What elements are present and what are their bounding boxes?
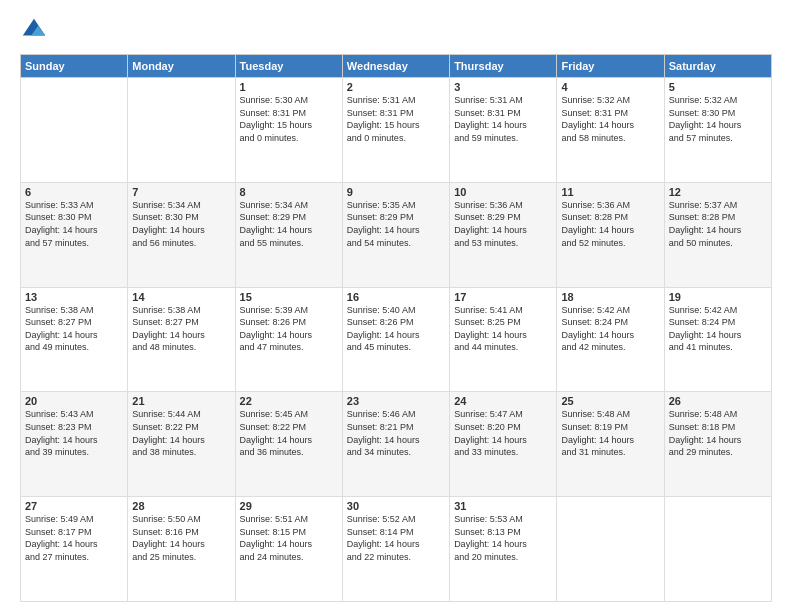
day-number: 21 (132, 395, 230, 407)
day-number: 9 (347, 186, 445, 198)
col-sunday: Sunday (21, 55, 128, 78)
calendar-cell: 15Sunrise: 5:39 AMSunset: 8:26 PMDayligh… (235, 287, 342, 392)
day-info: Sunrise: 5:52 AMSunset: 8:14 PMDaylight:… (347, 513, 445, 563)
calendar-week-row: 20Sunrise: 5:43 AMSunset: 8:23 PMDayligh… (21, 392, 772, 497)
page: Sunday Monday Tuesday Wednesday Thursday… (0, 0, 792, 612)
calendar-cell: 8Sunrise: 5:34 AMSunset: 8:29 PMDaylight… (235, 182, 342, 287)
day-info: Sunrise: 5:31 AMSunset: 8:31 PMDaylight:… (454, 94, 552, 144)
calendar-cell (664, 497, 771, 602)
day-number: 18 (561, 291, 659, 303)
day-info: Sunrise: 5:38 AMSunset: 8:27 PMDaylight:… (25, 304, 123, 354)
day-number: 22 (240, 395, 338, 407)
calendar-cell: 1Sunrise: 5:30 AMSunset: 8:31 PMDaylight… (235, 78, 342, 183)
col-monday: Monday (128, 55, 235, 78)
calendar-table: Sunday Monday Tuesday Wednesday Thursday… (20, 54, 772, 602)
day-info: Sunrise: 5:47 AMSunset: 8:20 PMDaylight:… (454, 408, 552, 458)
col-thursday: Thursday (450, 55, 557, 78)
day-number: 2 (347, 81, 445, 93)
day-number: 12 (669, 186, 767, 198)
day-info: Sunrise: 5:32 AMSunset: 8:31 PMDaylight:… (561, 94, 659, 144)
day-info: Sunrise: 5:41 AMSunset: 8:25 PMDaylight:… (454, 304, 552, 354)
calendar-cell: 17Sunrise: 5:41 AMSunset: 8:25 PMDayligh… (450, 287, 557, 392)
col-saturday: Saturday (664, 55, 771, 78)
day-number: 3 (454, 81, 552, 93)
day-info: Sunrise: 5:53 AMSunset: 8:13 PMDaylight:… (454, 513, 552, 563)
logo (20, 16, 52, 44)
day-number: 26 (669, 395, 767, 407)
calendar-cell: 25Sunrise: 5:48 AMSunset: 8:19 PMDayligh… (557, 392, 664, 497)
day-info: Sunrise: 5:46 AMSunset: 8:21 PMDaylight:… (347, 408, 445, 458)
day-info: Sunrise: 5:37 AMSunset: 8:28 PMDaylight:… (669, 199, 767, 249)
day-info: Sunrise: 5:36 AMSunset: 8:28 PMDaylight:… (561, 199, 659, 249)
calendar-cell: 27Sunrise: 5:49 AMSunset: 8:17 PMDayligh… (21, 497, 128, 602)
calendar-cell: 2Sunrise: 5:31 AMSunset: 8:31 PMDaylight… (342, 78, 449, 183)
day-number: 14 (132, 291, 230, 303)
day-info: Sunrise: 5:42 AMSunset: 8:24 PMDaylight:… (561, 304, 659, 354)
calendar-cell: 6Sunrise: 5:33 AMSunset: 8:30 PMDaylight… (21, 182, 128, 287)
calendar-cell: 22Sunrise: 5:45 AMSunset: 8:22 PMDayligh… (235, 392, 342, 497)
calendar-week-row: 27Sunrise: 5:49 AMSunset: 8:17 PMDayligh… (21, 497, 772, 602)
day-number: 6 (25, 186, 123, 198)
calendar-cell: 14Sunrise: 5:38 AMSunset: 8:27 PMDayligh… (128, 287, 235, 392)
day-info: Sunrise: 5:43 AMSunset: 8:23 PMDaylight:… (25, 408, 123, 458)
day-info: Sunrise: 5:42 AMSunset: 8:24 PMDaylight:… (669, 304, 767, 354)
col-wednesday: Wednesday (342, 55, 449, 78)
calendar-week-row: 6Sunrise: 5:33 AMSunset: 8:30 PMDaylight… (21, 182, 772, 287)
day-number: 13 (25, 291, 123, 303)
calendar-cell: 20Sunrise: 5:43 AMSunset: 8:23 PMDayligh… (21, 392, 128, 497)
calendar-cell: 7Sunrise: 5:34 AMSunset: 8:30 PMDaylight… (128, 182, 235, 287)
day-info: Sunrise: 5:31 AMSunset: 8:31 PMDaylight:… (347, 94, 445, 144)
calendar-cell: 18Sunrise: 5:42 AMSunset: 8:24 PMDayligh… (557, 287, 664, 392)
day-number: 15 (240, 291, 338, 303)
day-info: Sunrise: 5:51 AMSunset: 8:15 PMDaylight:… (240, 513, 338, 563)
day-number: 28 (132, 500, 230, 512)
day-number: 5 (669, 81, 767, 93)
day-number: 30 (347, 500, 445, 512)
day-number: 20 (25, 395, 123, 407)
day-number: 29 (240, 500, 338, 512)
calendar-cell: 31Sunrise: 5:53 AMSunset: 8:13 PMDayligh… (450, 497, 557, 602)
day-info: Sunrise: 5:35 AMSunset: 8:29 PMDaylight:… (347, 199, 445, 249)
day-info: Sunrise: 5:44 AMSunset: 8:22 PMDaylight:… (132, 408, 230, 458)
day-number: 8 (240, 186, 338, 198)
calendar-cell: 4Sunrise: 5:32 AMSunset: 8:31 PMDaylight… (557, 78, 664, 183)
day-number: 10 (454, 186, 552, 198)
day-info: Sunrise: 5:50 AMSunset: 8:16 PMDaylight:… (132, 513, 230, 563)
day-info: Sunrise: 5:30 AMSunset: 8:31 PMDaylight:… (240, 94, 338, 144)
day-info: Sunrise: 5:34 AMSunset: 8:30 PMDaylight:… (132, 199, 230, 249)
day-number: 27 (25, 500, 123, 512)
day-info: Sunrise: 5:36 AMSunset: 8:29 PMDaylight:… (454, 199, 552, 249)
calendar-cell (21, 78, 128, 183)
calendar-cell: 19Sunrise: 5:42 AMSunset: 8:24 PMDayligh… (664, 287, 771, 392)
day-info: Sunrise: 5:34 AMSunset: 8:29 PMDaylight:… (240, 199, 338, 249)
calendar-cell: 5Sunrise: 5:32 AMSunset: 8:30 PMDaylight… (664, 78, 771, 183)
calendar-cell: 13Sunrise: 5:38 AMSunset: 8:27 PMDayligh… (21, 287, 128, 392)
calendar-week-row: 1Sunrise: 5:30 AMSunset: 8:31 PMDaylight… (21, 78, 772, 183)
calendar-cell: 9Sunrise: 5:35 AMSunset: 8:29 PMDaylight… (342, 182, 449, 287)
day-info: Sunrise: 5:33 AMSunset: 8:30 PMDaylight:… (25, 199, 123, 249)
day-number: 4 (561, 81, 659, 93)
calendar-cell: 11Sunrise: 5:36 AMSunset: 8:28 PMDayligh… (557, 182, 664, 287)
col-tuesday: Tuesday (235, 55, 342, 78)
calendar-cell: 10Sunrise: 5:36 AMSunset: 8:29 PMDayligh… (450, 182, 557, 287)
calendar-cell: 26Sunrise: 5:48 AMSunset: 8:18 PMDayligh… (664, 392, 771, 497)
calendar-cell: 3Sunrise: 5:31 AMSunset: 8:31 PMDaylight… (450, 78, 557, 183)
day-number: 24 (454, 395, 552, 407)
day-number: 7 (132, 186, 230, 198)
calendar-header-row: Sunday Monday Tuesday Wednesday Thursday… (21, 55, 772, 78)
day-info: Sunrise: 5:48 AMSunset: 8:19 PMDaylight:… (561, 408, 659, 458)
day-info: Sunrise: 5:38 AMSunset: 8:27 PMDaylight:… (132, 304, 230, 354)
col-friday: Friday (557, 55, 664, 78)
calendar-cell: 30Sunrise: 5:52 AMSunset: 8:14 PMDayligh… (342, 497, 449, 602)
calendar-cell (128, 78, 235, 183)
calendar-cell: 21Sunrise: 5:44 AMSunset: 8:22 PMDayligh… (128, 392, 235, 497)
calendar-cell: 12Sunrise: 5:37 AMSunset: 8:28 PMDayligh… (664, 182, 771, 287)
day-number: 11 (561, 186, 659, 198)
day-info: Sunrise: 5:49 AMSunset: 8:17 PMDaylight:… (25, 513, 123, 563)
calendar-week-row: 13Sunrise: 5:38 AMSunset: 8:27 PMDayligh… (21, 287, 772, 392)
day-number: 31 (454, 500, 552, 512)
calendar-cell: 24Sunrise: 5:47 AMSunset: 8:20 PMDayligh… (450, 392, 557, 497)
calendar-cell: 29Sunrise: 5:51 AMSunset: 8:15 PMDayligh… (235, 497, 342, 602)
day-number: 16 (347, 291, 445, 303)
day-number: 25 (561, 395, 659, 407)
